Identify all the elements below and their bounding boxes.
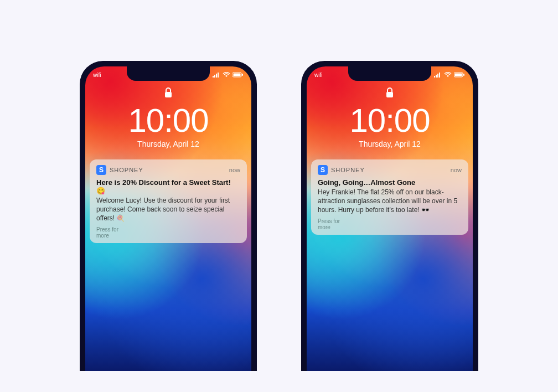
battery-icon [232, 72, 244, 78]
notification-body: Welcome Lucy! Use the discount for your … [96, 196, 240, 223]
lock-icon [385, 87, 394, 101]
phone-screen: wifi 10:00 Thursda [85, 66, 251, 371]
phone-mockup: wifi 10:00 Thursda [80, 61, 257, 371]
signal-icon [434, 72, 442, 78]
app-name: SHOPNEY [331, 167, 447, 173]
notification-body: Hey Frankie! The flat 25% off on our bla… [318, 188, 462, 215]
svg-rect-11 [439, 73, 440, 78]
svg-rect-7 [165, 92, 172, 97]
notification-card[interactable]: S SHOPNEY now Going, Going…Almost Gone H… [311, 159, 468, 235]
phone-notch [127, 66, 210, 81]
svg-rect-1 [214, 75, 215, 78]
phone-notch [348, 66, 431, 81]
carrier-label: wifi [93, 72, 101, 78]
phone-mockup: wifi 10:00 Thursda [301, 61, 478, 371]
wifi-icon [223, 72, 230, 78]
svg-rect-10 [437, 74, 438, 78]
phone-screen: wifi 10:00 Thursda [307, 66, 473, 371]
notification-title: Here is 20% Discount for a Sweet Start! … [96, 178, 240, 195]
svg-rect-13 [455, 74, 462, 76]
notification-title: Going, Going…Almost Gone [318, 178, 462, 187]
svg-rect-6 [242, 74, 243, 76]
carrier-label: wifi [314, 72, 322, 78]
lock-icon [164, 87, 173, 101]
lockscreen-date: Thursday, April 12 [137, 140, 199, 148]
notification-card[interactable]: S SHOPNEY now Here is 20% Discount for a… [90, 159, 247, 243]
svg-rect-9 [436, 75, 437, 78]
battery-icon [454, 72, 465, 78]
wifi-icon [444, 72, 452, 78]
svg-rect-2 [216, 74, 217, 78]
notification-header: S SHOPNEY now [96, 165, 240, 175]
status-icons [213, 72, 244, 78]
notification-header: S SHOPNEY now [318, 165, 462, 175]
app-icon: S [318, 165, 328, 175]
press-for-more[interactable]: Press for more [318, 218, 345, 230]
press-for-more[interactable]: Press for more [96, 226, 124, 239]
app-name: SHOPNEY [110, 167, 226, 173]
lockscreen: 10:00 Thursday, April 12 [85, 87, 251, 148]
phones-container: wifi 10:00 Thursda [0, 0, 558, 371]
notification-time: now [229, 167, 240, 173]
svg-rect-15 [386, 92, 393, 97]
status-icons [434, 72, 465, 78]
signal-icon [213, 72, 220, 78]
lockscreen-time: 10:00 [128, 104, 208, 137]
svg-rect-14 [463, 74, 464, 76]
lockscreen-time: 10:00 [349, 104, 430, 137]
svg-rect-8 [434, 76, 435, 78]
svg-rect-5 [234, 74, 241, 76]
lockscreen: 10:00 Thursday, April 12 [307, 87, 473, 148]
notification-time: now [451, 167, 462, 173]
svg-rect-3 [218, 73, 219, 78]
lockscreen-date: Thursday, April 12 [359, 140, 421, 148]
svg-rect-0 [213, 76, 214, 78]
app-icon: S [96, 165, 106, 175]
